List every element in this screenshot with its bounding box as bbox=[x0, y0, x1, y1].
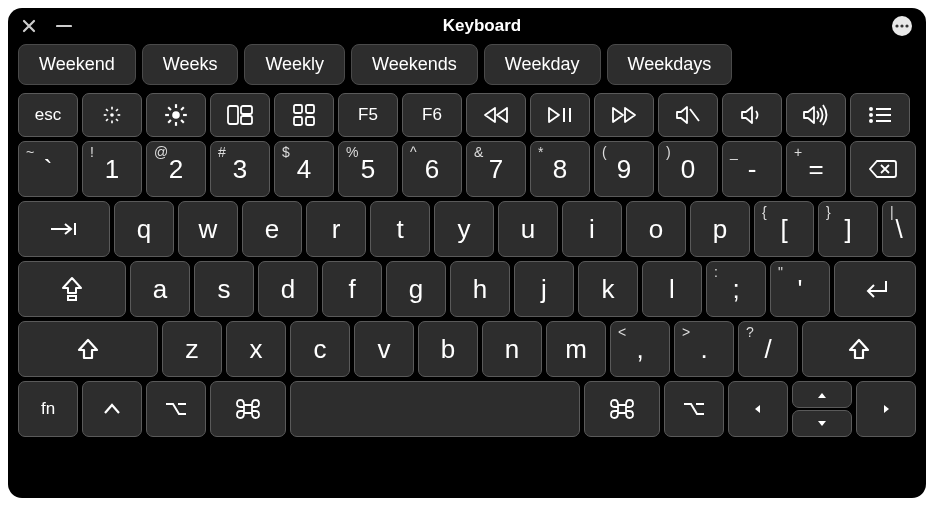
left-bracket-key[interactable]: {[ bbox=[754, 201, 814, 257]
key-7[interactable]: &7 bbox=[466, 141, 526, 197]
backspace-key[interactable] bbox=[850, 141, 916, 197]
caps-lock-key[interactable] bbox=[18, 261, 126, 317]
suggestion[interactable]: Weekdays bbox=[607, 44, 733, 85]
equals-key[interactable]: += bbox=[786, 141, 846, 197]
key-5[interactable]: %5 bbox=[338, 141, 398, 197]
fn-key[interactable]: fn bbox=[18, 381, 78, 437]
mute-key[interactable] bbox=[658, 93, 718, 137]
svg-line-10 bbox=[106, 119, 108, 121]
svg-point-33 bbox=[869, 119, 873, 123]
key-s[interactable]: s bbox=[194, 261, 254, 317]
minus-key[interactable]: _- bbox=[722, 141, 782, 197]
return-key[interactable] bbox=[834, 261, 916, 317]
key-8[interactable]: *8 bbox=[530, 141, 590, 197]
period-key[interactable]: >. bbox=[674, 321, 734, 377]
key-p[interactable]: p bbox=[690, 201, 750, 257]
key-w[interactable]: w bbox=[178, 201, 238, 257]
key-e[interactable]: e bbox=[242, 201, 302, 257]
backtick-key[interactable]: ~` bbox=[18, 141, 78, 197]
key-v[interactable]: v bbox=[354, 321, 414, 377]
suggestion[interactable]: Weekends bbox=[351, 44, 478, 85]
volume-down-key[interactable] bbox=[722, 93, 782, 137]
right-shift-key[interactable] bbox=[802, 321, 916, 377]
volume-up-key[interactable] bbox=[786, 93, 846, 137]
backslash-key[interactable]: |\ bbox=[882, 201, 916, 257]
svg-line-20 bbox=[181, 107, 184, 110]
mission-control-key[interactable] bbox=[210, 93, 270, 137]
left-shift-key[interactable] bbox=[18, 321, 158, 377]
control-key[interactable] bbox=[82, 381, 142, 437]
key-9[interactable]: (9 bbox=[594, 141, 654, 197]
key-c[interactable]: c bbox=[290, 321, 350, 377]
key-x[interactable]: x bbox=[226, 321, 286, 377]
key-t[interactable]: t bbox=[370, 201, 430, 257]
key-g[interactable]: g bbox=[386, 261, 446, 317]
arrow-down-key[interactable] bbox=[792, 410, 852, 437]
key-2[interactable]: @2 bbox=[146, 141, 206, 197]
close-icon[interactable] bbox=[22, 19, 36, 33]
key-o[interactable]: o bbox=[626, 201, 686, 257]
right-option-key[interactable] bbox=[664, 381, 724, 437]
key-1[interactable]: !1 bbox=[82, 141, 142, 197]
svg-rect-25 bbox=[306, 105, 314, 113]
launchpad-key[interactable] bbox=[274, 93, 334, 137]
right-command-key[interactable] bbox=[584, 381, 660, 437]
suggestion[interactable]: Weekday bbox=[484, 44, 601, 85]
key-k[interactable]: k bbox=[578, 261, 638, 317]
svg-line-30 bbox=[690, 109, 699, 121]
key-r[interactable]: r bbox=[306, 201, 366, 257]
semicolon-key[interactable]: :; bbox=[706, 261, 766, 317]
space-key[interactable] bbox=[290, 381, 580, 437]
more-options-icon[interactable] bbox=[892, 16, 912, 36]
key-a[interactable]: a bbox=[130, 261, 190, 317]
brightness-up-key[interactable] bbox=[146, 93, 206, 137]
esc-key[interactable]: esc bbox=[18, 93, 78, 137]
svg-rect-24 bbox=[294, 105, 302, 113]
key-m[interactable]: m bbox=[546, 321, 606, 377]
key-0[interactable]: )0 bbox=[658, 141, 718, 197]
key-d[interactable]: d bbox=[258, 261, 318, 317]
left-command-key[interactable] bbox=[210, 381, 286, 437]
left-option-key[interactable] bbox=[146, 381, 206, 437]
suggestion[interactable]: Weekend bbox=[18, 44, 136, 85]
fast-forward-key[interactable] bbox=[594, 93, 654, 137]
rewind-key[interactable] bbox=[466, 93, 526, 137]
minimize-icon[interactable] bbox=[56, 19, 72, 33]
key-u[interactable]: u bbox=[498, 201, 558, 257]
slash-key[interactable]: ?/ bbox=[738, 321, 798, 377]
key-f[interactable]: f bbox=[322, 261, 382, 317]
arrow-up-key[interactable] bbox=[792, 381, 852, 408]
f5-key[interactable]: F5 bbox=[338, 93, 398, 137]
suggestions-row: Weekend Weeks Weekly Weekends Weekday We… bbox=[18, 44, 916, 85]
key-l[interactable]: l bbox=[642, 261, 702, 317]
key-6[interactable]: ^6 bbox=[402, 141, 462, 197]
comma-key[interactable]: <, bbox=[610, 321, 670, 377]
key-h[interactable]: h bbox=[450, 261, 510, 317]
tab-key[interactable] bbox=[18, 201, 110, 257]
key-4[interactable]: $4 bbox=[274, 141, 334, 197]
svg-rect-23 bbox=[241, 116, 252, 124]
quote-key[interactable]: "' bbox=[770, 261, 830, 317]
key-b[interactable]: b bbox=[418, 321, 478, 377]
svg-rect-39 bbox=[68, 296, 76, 300]
key-z[interactable]: z bbox=[162, 321, 222, 377]
arrow-left-key[interactable] bbox=[728, 381, 788, 437]
key-q[interactable]: q bbox=[114, 201, 174, 257]
key-3[interactable]: #3 bbox=[210, 141, 270, 197]
svg-rect-22 bbox=[241, 106, 252, 114]
brightness-down-key[interactable] bbox=[82, 93, 142, 137]
key-y[interactable]: y bbox=[434, 201, 494, 257]
list-key[interactable] bbox=[850, 93, 910, 137]
play-pause-key[interactable] bbox=[530, 93, 590, 137]
key-j[interactable]: j bbox=[514, 261, 574, 317]
key-i[interactable]: i bbox=[562, 201, 622, 257]
f6-key[interactable]: F6 bbox=[402, 93, 462, 137]
svg-rect-26 bbox=[294, 117, 302, 125]
right-bracket-key[interactable]: }] bbox=[818, 201, 878, 257]
arrow-right-key[interactable] bbox=[856, 381, 916, 437]
suggestion[interactable]: Weeks bbox=[142, 44, 239, 85]
key-n[interactable]: n bbox=[482, 321, 542, 377]
svg-line-18 bbox=[181, 120, 184, 123]
suggestion[interactable]: Weekly bbox=[244, 44, 345, 85]
svg-line-19 bbox=[168, 120, 171, 123]
